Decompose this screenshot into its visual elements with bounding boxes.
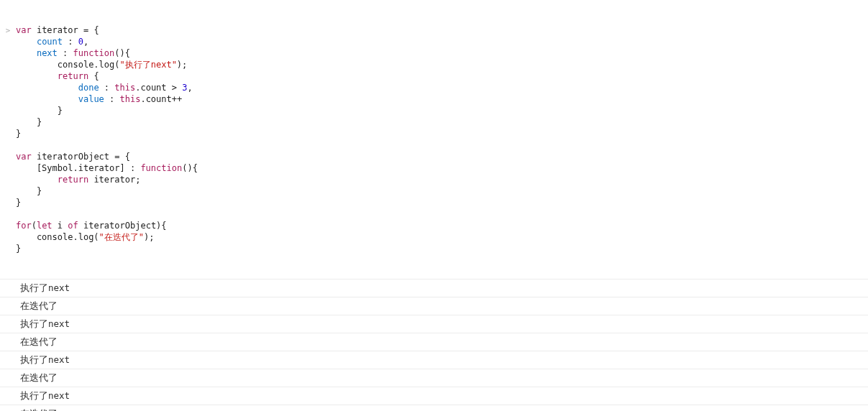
console-input-block[interactable]: > var iterator = { count : 0, next : fun… bbox=[0, 23, 868, 254]
code-token: this bbox=[114, 83, 135, 93]
code-token: let bbox=[37, 221, 52, 231]
code-token: , bbox=[187, 83, 192, 93]
code-token: ); bbox=[144, 232, 154, 242]
code-token: var bbox=[16, 25, 32, 35]
code-token bbox=[16, 175, 58, 185]
console-code[interactable]: var iterator = { count : 0, next : funct… bbox=[16, 24, 868, 254]
code-token: ( bbox=[32, 221, 37, 231]
code-token: this bbox=[120, 94, 141, 104]
code-token: for bbox=[16, 221, 32, 231]
code-token: } bbox=[16, 186, 42, 196]
console-output: 执行了next在迭代了执行了next在迭代了执行了next在迭代了执行了next… bbox=[0, 279, 868, 411]
code-token: = bbox=[114, 152, 119, 162]
console-log-row: 执行了next bbox=[0, 351, 868, 369]
code-token: var bbox=[16, 152, 32, 162]
code-token: return bbox=[58, 71, 88, 81]
code-token: i bbox=[52, 221, 68, 231]
code-token: " bbox=[139, 232, 144, 242]
code-token: of bbox=[68, 221, 78, 231]
code-token: " bbox=[99, 232, 104, 242]
code-token: { bbox=[88, 25, 99, 35]
code-token: } bbox=[16, 129, 21, 139]
code-token: iterator; bbox=[88, 175, 140, 185]
code-token: function bbox=[73, 48, 115, 58]
code-token: return bbox=[58, 175, 88, 185]
code-token: value bbox=[78, 94, 104, 104]
code-token bbox=[16, 37, 37, 47]
code-token: next bbox=[37, 48, 58, 58]
code-token: , bbox=[83, 37, 88, 47]
code-token: function bbox=[140, 163, 182, 173]
code-token: } bbox=[16, 244, 21, 254]
code-token: } bbox=[16, 198, 21, 208]
code-token: { bbox=[88, 71, 99, 81]
code-token: 执行了 bbox=[125, 60, 151, 70]
devtools-console: > var iterator = { count : 0, next : fun… bbox=[0, 0, 868, 411]
code-token: ++ bbox=[172, 94, 182, 104]
code-token: .count > bbox=[135, 83, 182, 93]
code-token: count bbox=[37, 37, 63, 47]
code-token: } bbox=[16, 117, 42, 127]
console-log-row: 在迭代了 bbox=[0, 369, 868, 387]
code-token: : bbox=[104, 94, 120, 104]
code-token: 在迭代了 bbox=[104, 232, 139, 242]
code-token bbox=[16, 48, 37, 58]
code-token: 0 bbox=[78, 37, 83, 47]
code-token: } bbox=[16, 106, 63, 116]
code-token: ); bbox=[177, 60, 187, 70]
code-token: done bbox=[78, 83, 99, 93]
code-token: next" bbox=[151, 60, 177, 70]
code-token: { bbox=[120, 152, 130, 162]
code-token: : bbox=[99, 83, 115, 93]
console-log-row: 在迭代了 bbox=[0, 297, 868, 315]
console-log-row: 执行了next bbox=[0, 387, 868, 405]
code-token: [Symbol.iterator] : bbox=[16, 163, 140, 173]
code-token bbox=[16, 94, 78, 104]
code-token: console.log( bbox=[16, 232, 99, 242]
code-token: : bbox=[58, 48, 73, 58]
code-token: console.log( bbox=[16, 60, 120, 70]
console-log-row: 执行了next bbox=[0, 279, 868, 297]
console-log-row: 在迭代了 bbox=[0, 405, 868, 411]
console-log-row: 在迭代了 bbox=[0, 333, 868, 351]
code-token: .count bbox=[140, 94, 171, 104]
code-token: iteratorObject){ bbox=[78, 221, 167, 231]
prompt-chevron-icon: > bbox=[0, 24, 16, 37]
code-token bbox=[16, 83, 78, 93]
code-token bbox=[16, 71, 58, 81]
code-token: " bbox=[120, 60, 125, 70]
code-token: (){ bbox=[114, 48, 130, 58]
code-token: iteratorObject bbox=[32, 152, 115, 162]
code-token: : bbox=[63, 37, 78, 47]
code-token: (){ bbox=[182, 163, 198, 173]
console-log-row: 执行了next bbox=[0, 315, 868, 333]
code-token: iterator bbox=[32, 25, 83, 35]
